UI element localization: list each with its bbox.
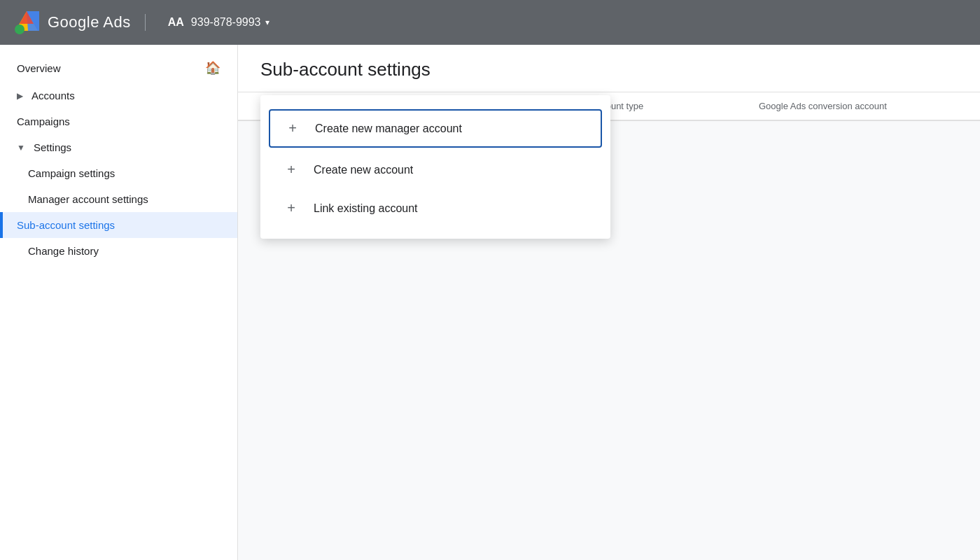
th-conversion-account: Google Ads conversion account	[748, 92, 958, 120]
menu-item-link-existing[interactable]: + Link existing account	[260, 189, 610, 227]
sidebar-item-sub-account-settings[interactable]: Sub-account settings	[0, 212, 237, 238]
create-manager-label: Create new manager account	[315, 122, 462, 135]
settings-collapse-icon: ▼	[17, 143, 25, 153]
main-layout: Overview 🏠 ▶ Accounts Campaigns ▼ Settin…	[0, 45, 980, 560]
account-phone: 939-878-9993	[191, 16, 261, 29]
sidebar-campaigns-label: Campaigns	[17, 115, 70, 127]
sidebar-item-campaigns[interactable]: Campaigns	[0, 108, 237, 134]
plus-icon-link-existing: +	[283, 200, 300, 216]
link-existing-label: Link existing account	[314, 202, 418, 215]
sub-account-settings-label: Sub-account settings	[17, 219, 115, 231]
account-initials: AA	[168, 16, 184, 29]
change-history-label: Change history	[28, 245, 99, 257]
menu-item-create-manager[interactable]: + Create new manager account	[269, 109, 602, 148]
google-ads-logo-icon	[14, 10, 39, 35]
account-selector[interactable]: AA 939-878-9993 ▾	[168, 16, 270, 29]
menu-item-create-new[interactable]: + Create new account	[260, 150, 610, 189]
sidebar-item-settings[interactable]: ▼ Settings	[0, 134, 237, 160]
svg-point-1	[15, 24, 24, 34]
main-content: Sub-account settings Account Account typ…	[238, 45, 980, 560]
sidebar-item-change-history[interactable]: Change history	[0, 238, 237, 264]
header-divider	[145, 14, 146, 31]
sidebar-item-campaign-settings[interactable]: Campaign settings	[0, 160, 237, 186]
plus-icon-create-manager: +	[284, 120, 301, 136]
home-icon: 🏠	[205, 60, 220, 76]
page-title: Sub-account settings	[260, 59, 958, 92]
sidebar-item-overview[interactable]: Overview 🏠	[0, 53, 237, 83]
campaign-settings-label: Campaign settings	[28, 167, 115, 179]
plus-icon-create-new: +	[283, 162, 300, 178]
create-new-label: Create new account	[314, 164, 413, 176]
main-header: Sub-account settings	[238, 45, 980, 92]
account-dropdown-arrow[interactable]: ▾	[265, 18, 270, 27]
app-header: Google Ads AA 939-878-9993 ▾	[0, 0, 980, 45]
sidebar-settings-label: Settings	[34, 141, 71, 153]
sidebar: Overview 🏠 ▶ Accounts Campaigns ▼ Settin…	[0, 45, 238, 560]
manager-account-settings-label: Manager account settings	[28, 193, 148, 205]
sidebar-overview-label: Overview	[17, 62, 61, 74]
accounts-expand-icon: ▶	[17, 91, 23, 101]
app-name: Google Ads	[48, 13, 131, 31]
add-account-dropdown: + Create new manager account + Create ne…	[260, 95, 610, 239]
sidebar-accounts-label: Accounts	[31, 90, 75, 102]
sidebar-item-accounts[interactable]: ▶ Accounts	[0, 83, 237, 108]
settings-submenu: Campaign settings Manager account settin…	[0, 160, 237, 264]
sidebar-item-manager-account-settings[interactable]: Manager account settings	[0, 186, 237, 212]
